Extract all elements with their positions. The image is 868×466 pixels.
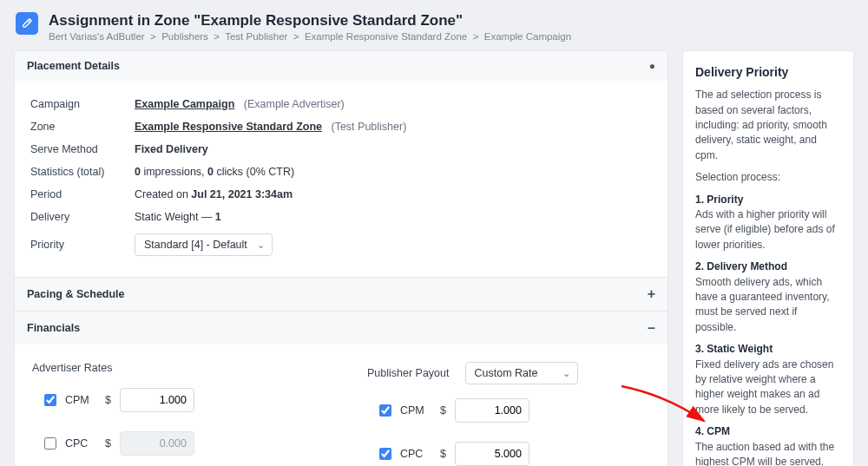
- adv-cpm-input[interactable]: [120, 388, 194, 412]
- pub-cpm-input[interactable]: [455, 398, 529, 423]
- breadcrumb-item[interactable]: Bert Varias's AdButler: [49, 31, 145, 42]
- label-period: Period: [30, 188, 135, 200]
- section-head-placement[interactable]: Placement Details ●: [15, 51, 667, 81]
- link-zone[interactable]: Example Responsive Standard Zone: [135, 121, 322, 133]
- rate-row-adv-cpc: CPC $: [32, 431, 315, 456]
- section-title: Placement Details: [27, 60, 120, 72]
- dot-icon: ●: [649, 60, 655, 72]
- breadcrumb: Bert Varias's AdButler > Publishers > Te…: [49, 31, 571, 42]
- rate-row-pub-cpm: CPM $: [367, 398, 650, 423]
- advertiser-rates: Advertiser Rates CPM $ CPC $: [32, 362, 315, 466]
- link-campaign[interactable]: Example Campaign: [135, 98, 234, 110]
- publisher-payout: Publisher Payout Custom Rate ⌄ CPM $: [367, 362, 650, 466]
- expand-icon: +: [648, 286, 655, 302]
- adv-cpc-checkbox[interactable]: [44, 437, 56, 450]
- currency-symbol: $: [105, 437, 111, 450]
- campaign-advertiser: [238, 98, 244, 110]
- rate-row-pub-cpc: CPC $: [367, 442, 650, 466]
- rate-row-adv-cpm: CPM $: [32, 388, 315, 412]
- section-title: Pacing & Schedule: [27, 288, 125, 300]
- pub-cpc-label: CPC: [400, 448, 431, 460]
- value-delivery: Static Weight — 1: [135, 211, 221, 223]
- section-title: Financials: [27, 322, 80, 334]
- chevron-down-icon: ⌄: [562, 368, 570, 379]
- label-campaign: Campaign: [30, 98, 135, 110]
- pub-cpc-input[interactable]: [455, 442, 529, 466]
- section-placement: Placement Details ● Campaign Example Cam…: [15, 51, 667, 278]
- priority-select[interactable]: Standard [4] - Default ⌄: [135, 233, 273, 256]
- pub-cpm-label: CPM: [400, 404, 431, 417]
- breadcrumb-item[interactable]: Publishers: [161, 31, 208, 42]
- value-serve-method: Fixed Delivery: [135, 143, 208, 155]
- publisher-payout-label: Publisher Payout: [367, 367, 450, 379]
- value-statistics: 0 impressions, 0 clicks (0% CTR): [135, 166, 294, 178]
- breadcrumb-item[interactable]: Example Campaign: [484, 31, 571, 42]
- collapse-icon: –: [648, 320, 655, 336]
- label-serve-method: Serve Method: [30, 143, 135, 155]
- main-card: Placement Details ● Campaign Example Cam…: [14, 50, 668, 466]
- pub-cpc-checkbox[interactable]: [379, 448, 391, 460]
- sidebar: Delivery Priority The ad selection proce…: [682, 50, 854, 466]
- value-period: Created on Jul 21, 2021 3:34am: [135, 188, 293, 200]
- sidebar-title: Delivery Priority: [695, 63, 841, 81]
- edit-icon: [16, 12, 38, 35]
- section-head-pacing[interactable]: Pacing & Schedule +: [15, 278, 667, 311]
- currency-symbol: $: [440, 448, 446, 460]
- step-delivery-method: 2. Delivery Method Smooth delivery ads, …: [695, 259, 841, 335]
- page-title: Assignment in Zone "Example Responsive S…: [49, 12, 571, 30]
- step-static-weight: 3. Static Weight Fixed delivery ads are …: [695, 342, 841, 417]
- label-zone: Zone: [30, 121, 135, 133]
- label-statistics: Statistics (total): [30, 166, 135, 178]
- adv-cpc-label: CPC: [65, 437, 96, 450]
- pub-cpm-checkbox[interactable]: [379, 404, 391, 417]
- breadcrumb-item[interactable]: Test Publisher: [225, 31, 287, 42]
- step-cpm: 4. CPM The auction based ad with the hig…: [695, 424, 841, 466]
- publisher-payout-select[interactable]: Custom Rate ⌄: [465, 362, 578, 384]
- adv-cpc-input: [120, 431, 194, 456]
- section-head-financials[interactable]: Financials –: [15, 312, 667, 345]
- label-delivery: Delivery: [30, 211, 135, 223]
- selection-process-label: Selection process:: [695, 170, 841, 185]
- currency-symbol: $: [105, 394, 111, 406]
- adv-cpm-label: CPM: [65, 394, 96, 406]
- delivery-priority-card: Delivery Priority The ad selection proce…: [682, 50, 854, 466]
- label-priority: Priority: [30, 239, 135, 251]
- section-financials: Financials – Advertiser Rates CPM $: [15, 312, 667, 466]
- step-priority: 1. Priority Ads with a higher priority w…: [695, 193, 841, 253]
- zone-publisher: (Test Publisher): [331, 121, 406, 133]
- chevron-down-icon: ⌄: [257, 240, 265, 251]
- section-pacing: Pacing & Schedule +: [15, 278, 667, 312]
- adv-cpm-checkbox[interactable]: [44, 394, 56, 406]
- page-header: Assignment in Zone "Example Responsive S…: [0, 0, 868, 50]
- breadcrumb-item[interactable]: Example Responsive Standard Zone: [305, 31, 467, 42]
- sidebar-intro: The ad selection process is based on sev…: [695, 88, 841, 163]
- currency-symbol: $: [440, 404, 446, 417]
- advertiser-rates-label: Advertiser Rates: [32, 362, 315, 374]
